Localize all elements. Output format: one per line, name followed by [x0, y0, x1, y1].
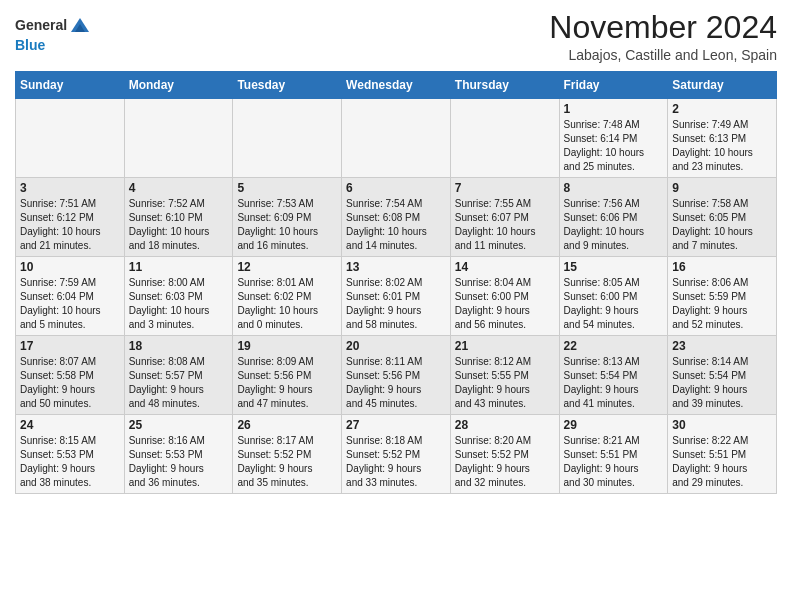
day-number: 15 — [564, 260, 664, 274]
calendar-day-cell: 30Sunrise: 8:22 AM Sunset: 5:51 PM Dayli… — [668, 415, 777, 494]
day-info: Sunrise: 7:53 AM Sunset: 6:09 PM Dayligh… — [237, 197, 337, 253]
day-info: Sunrise: 8:01 AM Sunset: 6:02 PM Dayligh… — [237, 276, 337, 332]
day-info: Sunrise: 8:21 AM Sunset: 5:51 PM Dayligh… — [564, 434, 664, 490]
day-number: 3 — [20, 181, 120, 195]
day-number: 30 — [672, 418, 772, 432]
logo-icon — [69, 14, 91, 36]
day-info: Sunrise: 7:51 AM Sunset: 6:12 PM Dayligh… — [20, 197, 120, 253]
day-info: Sunrise: 8:09 AM Sunset: 5:56 PM Dayligh… — [237, 355, 337, 411]
calendar-day-cell: 5Sunrise: 7:53 AM Sunset: 6:09 PM Daylig… — [233, 178, 342, 257]
calendar-day-cell — [16, 99, 125, 178]
day-number: 24 — [20, 418, 120, 432]
day-number: 10 — [20, 260, 120, 274]
calendar-day-cell — [233, 99, 342, 178]
calendar-day-cell — [124, 99, 233, 178]
day-number: 27 — [346, 418, 446, 432]
calendar-day-cell: 24Sunrise: 8:15 AM Sunset: 5:53 PM Dayli… — [16, 415, 125, 494]
day-info: Sunrise: 8:15 AM Sunset: 5:53 PM Dayligh… — [20, 434, 120, 490]
day-info: Sunrise: 8:06 AM Sunset: 5:59 PM Dayligh… — [672, 276, 772, 332]
day-info: Sunrise: 8:07 AM Sunset: 5:58 PM Dayligh… — [20, 355, 120, 411]
day-info: Sunrise: 7:49 AM Sunset: 6:13 PM Dayligh… — [672, 118, 772, 174]
calendar-day-cell: 12Sunrise: 8:01 AM Sunset: 6:02 PM Dayli… — [233, 257, 342, 336]
weekday-header: Saturday — [668, 72, 777, 99]
day-info: Sunrise: 7:55 AM Sunset: 6:07 PM Dayligh… — [455, 197, 555, 253]
day-info: Sunrise: 8:05 AM Sunset: 6:00 PM Dayligh… — [564, 276, 664, 332]
day-info: Sunrise: 8:12 AM Sunset: 5:55 PM Dayligh… — [455, 355, 555, 411]
calendar-day-cell: 15Sunrise: 8:05 AM Sunset: 6:00 PM Dayli… — [559, 257, 668, 336]
day-info: Sunrise: 7:58 AM Sunset: 6:05 PM Dayligh… — [672, 197, 772, 253]
calendar-day-cell — [450, 99, 559, 178]
calendar-day-cell: 13Sunrise: 8:02 AM Sunset: 6:01 PM Dayli… — [342, 257, 451, 336]
day-number: 13 — [346, 260, 446, 274]
day-number: 29 — [564, 418, 664, 432]
day-info: Sunrise: 8:18 AM Sunset: 5:52 PM Dayligh… — [346, 434, 446, 490]
calendar-day-cell: 28Sunrise: 8:20 AM Sunset: 5:52 PM Dayli… — [450, 415, 559, 494]
day-number: 17 — [20, 339, 120, 353]
calendar-day-cell: 3Sunrise: 7:51 AM Sunset: 6:12 PM Daylig… — [16, 178, 125, 257]
day-number: 2 — [672, 102, 772, 116]
calendar-day-cell: 25Sunrise: 8:16 AM Sunset: 5:53 PM Dayli… — [124, 415, 233, 494]
day-number: 25 — [129, 418, 229, 432]
day-number: 21 — [455, 339, 555, 353]
day-number: 4 — [129, 181, 229, 195]
calendar-week-row: 10Sunrise: 7:59 AM Sunset: 6:04 PM Dayli… — [16, 257, 777, 336]
day-info: Sunrise: 8:14 AM Sunset: 5:54 PM Dayligh… — [672, 355, 772, 411]
day-number: 9 — [672, 181, 772, 195]
day-number: 26 — [237, 418, 337, 432]
day-info: Sunrise: 7:48 AM Sunset: 6:14 PM Dayligh… — [564, 118, 664, 174]
logo: General Blue — [15, 14, 91, 54]
month-title: November 2024 — [549, 10, 777, 45]
day-info: Sunrise: 8:20 AM Sunset: 5:52 PM Dayligh… — [455, 434, 555, 490]
page-header: General Blue November 2024 Labajos, Cast… — [15, 10, 777, 63]
calendar-week-row: 1Sunrise: 7:48 AM Sunset: 6:14 PM Daylig… — [16, 99, 777, 178]
day-number: 18 — [129, 339, 229, 353]
weekday-header: Thursday — [450, 72, 559, 99]
calendar-day-cell: 29Sunrise: 8:21 AM Sunset: 5:51 PM Dayli… — [559, 415, 668, 494]
weekday-header: Wednesday — [342, 72, 451, 99]
day-number: 7 — [455, 181, 555, 195]
calendar-day-cell: 20Sunrise: 8:11 AM Sunset: 5:56 PM Dayli… — [342, 336, 451, 415]
calendar-day-cell: 23Sunrise: 8:14 AM Sunset: 5:54 PM Dayli… — [668, 336, 777, 415]
calendar-day-cell: 21Sunrise: 8:12 AM Sunset: 5:55 PM Dayli… — [450, 336, 559, 415]
calendar-day-cell: 26Sunrise: 8:17 AM Sunset: 5:52 PM Dayli… — [233, 415, 342, 494]
calendar-day-cell: 11Sunrise: 8:00 AM Sunset: 6:03 PM Dayli… — [124, 257, 233, 336]
logo-blue: Blue — [15, 37, 45, 53]
day-number: 12 — [237, 260, 337, 274]
day-number: 20 — [346, 339, 446, 353]
day-number: 1 — [564, 102, 664, 116]
day-info: Sunrise: 7:52 AM Sunset: 6:10 PM Dayligh… — [129, 197, 229, 253]
day-info: Sunrise: 8:22 AM Sunset: 5:51 PM Dayligh… — [672, 434, 772, 490]
day-info: Sunrise: 7:54 AM Sunset: 6:08 PM Dayligh… — [346, 197, 446, 253]
day-info: Sunrise: 7:59 AM Sunset: 6:04 PM Dayligh… — [20, 276, 120, 332]
calendar-day-cell: 1Sunrise: 7:48 AM Sunset: 6:14 PM Daylig… — [559, 99, 668, 178]
calendar-day-cell: 9Sunrise: 7:58 AM Sunset: 6:05 PM Daylig… — [668, 178, 777, 257]
calendar-week-row: 24Sunrise: 8:15 AM Sunset: 5:53 PM Dayli… — [16, 415, 777, 494]
calendar-day-cell: 6Sunrise: 7:54 AM Sunset: 6:08 PM Daylig… — [342, 178, 451, 257]
day-info: Sunrise: 8:04 AM Sunset: 6:00 PM Dayligh… — [455, 276, 555, 332]
day-info: Sunrise: 7:56 AM Sunset: 6:06 PM Dayligh… — [564, 197, 664, 253]
calendar-day-cell: 2Sunrise: 7:49 AM Sunset: 6:13 PM Daylig… — [668, 99, 777, 178]
day-info: Sunrise: 8:13 AM Sunset: 5:54 PM Dayligh… — [564, 355, 664, 411]
day-number: 23 — [672, 339, 772, 353]
calendar-day-cell: 4Sunrise: 7:52 AM Sunset: 6:10 PM Daylig… — [124, 178, 233, 257]
calendar-day-cell: 17Sunrise: 8:07 AM Sunset: 5:58 PM Dayli… — [16, 336, 125, 415]
day-number: 16 — [672, 260, 772, 274]
calendar-header-row: SundayMondayTuesdayWednesdayThursdayFrid… — [16, 72, 777, 99]
day-info: Sunrise: 8:17 AM Sunset: 5:52 PM Dayligh… — [237, 434, 337, 490]
weekday-header: Friday — [559, 72, 668, 99]
day-info: Sunrise: 8:11 AM Sunset: 5:56 PM Dayligh… — [346, 355, 446, 411]
day-info: Sunrise: 8:02 AM Sunset: 6:01 PM Dayligh… — [346, 276, 446, 332]
weekday-header: Sunday — [16, 72, 125, 99]
calendar-table: SundayMondayTuesdayWednesdayThursdayFrid… — [15, 71, 777, 494]
logo-general: General — [15, 17, 67, 34]
calendar-day-cell: 10Sunrise: 7:59 AM Sunset: 6:04 PM Dayli… — [16, 257, 125, 336]
calendar-day-cell: 19Sunrise: 8:09 AM Sunset: 5:56 PM Dayli… — [233, 336, 342, 415]
calendar-day-cell: 22Sunrise: 8:13 AM Sunset: 5:54 PM Dayli… — [559, 336, 668, 415]
title-area: November 2024 Labajos, Castille and Leon… — [549, 10, 777, 63]
day-number: 19 — [237, 339, 337, 353]
calendar-day-cell: 14Sunrise: 8:04 AM Sunset: 6:00 PM Dayli… — [450, 257, 559, 336]
calendar-day-cell: 8Sunrise: 7:56 AM Sunset: 6:06 PM Daylig… — [559, 178, 668, 257]
day-number: 5 — [237, 181, 337, 195]
calendar-day-cell: 7Sunrise: 7:55 AM Sunset: 6:07 PM Daylig… — [450, 178, 559, 257]
calendar-day-cell: 18Sunrise: 8:08 AM Sunset: 5:57 PM Dayli… — [124, 336, 233, 415]
